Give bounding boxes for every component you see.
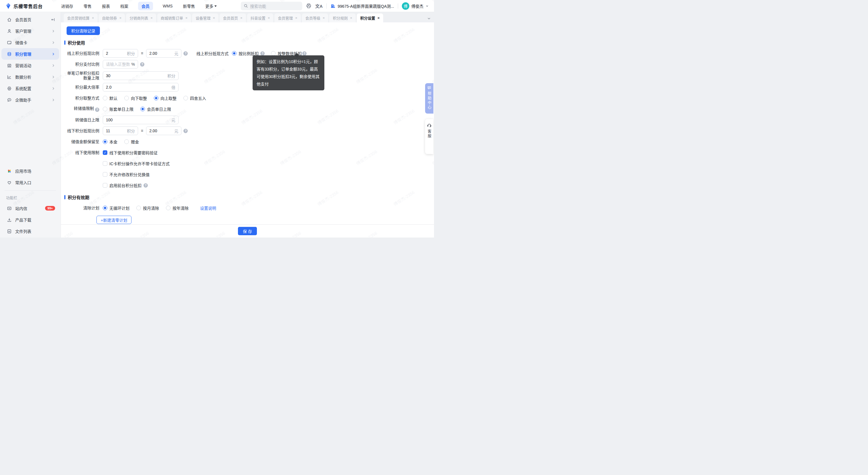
tab-member-mgmt[interactable]: 会员管理× bbox=[274, 13, 301, 22]
user-menu[interactable]: 傅 傅俊杰 bbox=[402, 2, 429, 10]
radio-bonus[interactable]: 赠金 bbox=[124, 139, 139, 144]
online-money-input[interactable]: 元 bbox=[146, 49, 181, 58]
transfer-daily-value[interactable] bbox=[106, 117, 169, 122]
radio-icon[interactable] bbox=[103, 96, 107, 100]
help-icon[interactable]: ? bbox=[183, 52, 188, 56]
order-limit-input[interactable]: 积分 bbox=[103, 71, 179, 80]
checkbox-icon[interactable]: ✓ bbox=[103, 150, 107, 155]
topmenu-member[interactable]: 会员 bbox=[138, 2, 153, 10]
sidebar-item-marketing[interactable]: 营销活动 bbox=[1, 60, 59, 71]
search-input[interactable]: 搜索功能 bbox=[241, 2, 302, 10]
sidebar-item-wecom-assistant[interactable]: 企微助手 bbox=[1, 94, 59, 106]
tab-points-rules[interactable]: 积分规则× bbox=[329, 13, 355, 22]
radio-no-cycle-plan[interactable]: 无循环计划 bbox=[103, 205, 129, 211]
company-switcher[interactable]: 99675-A组新界面果蔬版QA测... bbox=[330, 3, 394, 9]
sidebar-item-inbox[interactable]: 站内信 99+ bbox=[1, 203, 59, 214]
help-icon[interactable]: ? bbox=[95, 108, 99, 112]
help-center-tab[interactable]: 帮助中心 bbox=[425, 83, 433, 113]
close-tab-icon[interactable]: × bbox=[240, 16, 243, 20]
tabs-overflow-chevron-icon[interactable] bbox=[427, 16, 431, 21]
tab-member-level[interactable]: 会员等级× bbox=[302, 13, 329, 22]
order-limit-value[interactable] bbox=[106, 73, 166, 78]
offline-points-input[interactable]: 积分 bbox=[103, 127, 138, 135]
close-tab-icon[interactable]: × bbox=[150, 16, 153, 20]
radio-icon[interactable] bbox=[103, 139, 107, 144]
close-tab-icon[interactable]: × bbox=[185, 16, 188, 20]
radio-round-up[interactable]: 向上取整 bbox=[154, 95, 177, 101]
checkbox-no-modify-exchange-value[interactable]: 不允许修改积分兑换值 bbox=[103, 172, 150, 177]
radio-icon[interactable] bbox=[154, 96, 158, 100]
topmenu-more[interactable]: 更多 bbox=[205, 2, 217, 10]
radio-icon[interactable] bbox=[124, 139, 129, 144]
offline-money-input[interactable]: 元 bbox=[146, 127, 181, 135]
radio-icon[interactable] bbox=[232, 51, 237, 56]
close-tab-icon[interactable]: × bbox=[213, 16, 215, 20]
tab-mall-orders[interactable]: 商城销售订单× bbox=[157, 13, 191, 22]
help-icon[interactable]: ? bbox=[140, 62, 144, 67]
sidebar-item-member-home[interactable]: 会员首页 bbox=[1, 14, 59, 25]
collapse-sidebar-icon[interactable] bbox=[51, 18, 55, 22]
radio-principal[interactable]: 本金 bbox=[103, 139, 117, 144]
radio-icon[interactable] bbox=[271, 51, 276, 56]
save-button[interactable]: 保 存 bbox=[238, 227, 257, 235]
sidebar-item-points-mgmt[interactable]: 积分管理 bbox=[1, 48, 59, 60]
offline-points-value[interactable] bbox=[106, 129, 125, 133]
checkbox-enable-pos-points-deduction[interactable]: 启用前台积分抵扣 bbox=[103, 182, 142, 188]
topmenu-reports[interactable]: 报表 bbox=[101, 2, 111, 10]
topmenu-wms[interactable]: WMS bbox=[162, 2, 173, 10]
close-tab-icon[interactable]: × bbox=[119, 16, 122, 20]
help-icon[interactable]: ? bbox=[183, 129, 188, 133]
help-icon[interactable]: ? bbox=[302, 52, 307, 56]
radio-yearly-clear[interactable]: 按年清除 bbox=[166, 205, 189, 211]
tab-points-settings[interactable]: 积分设置× bbox=[357, 13, 383, 22]
checkbox-ic-card-no-card-verify[interactable]: IC卡积分操作允许不带卡验证方式 bbox=[103, 161, 169, 166]
sidebar-item-system-config[interactable]: 系统配置 bbox=[1, 82, 59, 94]
radio-icon[interactable] bbox=[103, 107, 107, 111]
tab-self-coupon[interactable]: 自助领券× bbox=[99, 13, 125, 22]
tab-distributor-list[interactable]: 分销商列表× bbox=[126, 13, 156, 22]
tab-douyin-settings[interactable]: 抖音设置× bbox=[247, 13, 274, 22]
close-tab-icon[interactable]: × bbox=[350, 16, 352, 20]
close-tab-icon[interactable]: × bbox=[268, 16, 270, 20]
checkbox-icon[interactable] bbox=[103, 172, 107, 177]
close-tab-icon[interactable]: × bbox=[92, 16, 94, 20]
setup-instructions-link[interactable]: 设置说明 bbox=[200, 205, 216, 211]
pay-ratio-input[interactable]: % bbox=[103, 60, 138, 69]
sidebar-item-app-market[interactable]: 应用市场 bbox=[1, 165, 59, 177]
checkbox-icon[interactable] bbox=[103, 161, 107, 166]
help-icon[interactable]: ? bbox=[144, 183, 148, 188]
checkbox-offline-password-verify[interactable]: ✓ 线下使用积分需要密码验证 bbox=[103, 150, 158, 156]
transfer-daily-input[interactable]: 元 bbox=[103, 115, 179, 124]
max-rate-input[interactable]: 倍 bbox=[103, 83, 179, 92]
topmenu-retail[interactable]: 零售 bbox=[83, 2, 92, 10]
sidebar-item-stored-card[interactable]: 储值卡 bbox=[1, 37, 59, 48]
close-tab-icon[interactable]: × bbox=[377, 16, 380, 20]
radio-monthly-clear[interactable]: 按月清除 bbox=[136, 205, 159, 211]
sidebar-item-data-analysis[interactable]: 数据分析 bbox=[1, 71, 59, 82]
radio-icon[interactable] bbox=[166, 206, 170, 210]
offline-money-value[interactable] bbox=[149, 129, 173, 133]
tab-member-marketing-settle[interactable]: 会员营销结算× bbox=[64, 13, 98, 22]
customer-service-tab[interactable]: 客服 bbox=[425, 119, 433, 154]
points-clear-record-button[interactable]: 积分清除记录 bbox=[67, 26, 100, 35]
new-clear-plan-button[interactable]: +新建清零计划 bbox=[96, 216, 131, 224]
pay-ratio-value[interactable] bbox=[106, 62, 130, 67]
topmenu-new-retail[interactable]: 新零售 bbox=[182, 2, 195, 10]
radio-icon[interactable] bbox=[124, 96, 129, 100]
sidebar-item-customer-mgmt[interactable]: 客户管理 bbox=[1, 25, 59, 37]
sidebar-item-favorites[interactable]: 常用入口 bbox=[1, 177, 59, 188]
sidebar-item-file-list[interactable]: 文件列表 bbox=[1, 226, 59, 237]
printer-icon[interactable] bbox=[306, 3, 311, 9]
tab-device-mgmt[interactable]: 设备管理× bbox=[192, 13, 218, 22]
help-icon[interactable]: ? bbox=[260, 52, 265, 56]
close-tab-icon[interactable]: × bbox=[295, 16, 298, 20]
radio-member-daily-limit[interactable]: 会员单日上限 bbox=[141, 106, 171, 112]
radio-icon[interactable] bbox=[103, 206, 107, 210]
radio-round-down[interactable]: 向下取整 bbox=[124, 95, 147, 101]
online-points-value[interactable] bbox=[106, 51, 125, 56]
online-points-input[interactable]: 积分 bbox=[103, 49, 138, 58]
radio-default[interactable]: 默认 bbox=[103, 95, 117, 101]
online-money-value[interactable] bbox=[149, 51, 173, 56]
radio-icon[interactable] bbox=[141, 107, 145, 111]
tab-member-home[interactable]: 会员首页× bbox=[220, 13, 246, 22]
